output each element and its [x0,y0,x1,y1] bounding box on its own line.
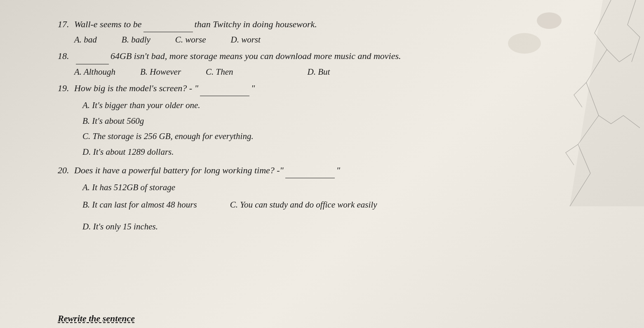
q17-text-before: Wall-e seems to be [74,17,142,32]
q18-num: 18. [58,48,74,64]
q20-sub-c: C. You can study and do office work easi… [230,198,377,212]
q18-option-d: D. But [308,67,330,77]
question-19: 19. How big is the model's screen? - " "… [58,80,594,159]
q20-row2: B. It can last for almost 48 hours C. Yo… [82,198,594,214]
q20-text-end: " [336,163,340,178]
q20-sub-b: B. It can last for almost 48 hours [82,198,197,212]
q18-option-b: B. However [140,67,181,77]
rewrite-label: Rewrite the sentence [58,313,135,324]
q18-options: A. Although B. However C. Then D. But [74,67,594,77]
q17-text-after: than Twitchy in doing housework. [195,17,317,32]
main-content: 17. Wall-e seems to be than Twitchy in d… [58,17,594,237]
question-17: 17. Wall-e seems to be than Twitchy in d… [58,17,594,45]
q20-num: 20. [58,163,74,178]
q17-num: 17. [58,17,74,32]
q20-row3: D. It's only 15 inches. [82,220,594,234]
q19-sub-c: C. The storage is 256 GB, enough for eve… [82,130,594,144]
q19-text: How big is the model's screen? - " [74,80,198,96]
q17-option-b: B. badly [122,35,150,45]
q20-sub-d: D. It's only 15 inches. [82,222,158,231]
q19-blank [200,80,249,96]
question-18: 18. 64GB isn't bad, more storage means y… [58,48,594,77]
q20-blank [285,163,335,178]
q19-sub-options: A. It's bigger than your older one. B. I… [82,99,594,159]
q17-options: A. bad B. badly C. worse D. worst [74,35,594,45]
q19-text-end: " [251,80,255,96]
q17-option-c: C. worse [175,35,206,45]
q18-option-c: C. Then [206,67,233,77]
q17-option-a: A. bad [74,35,97,45]
q19-sub-b: B. It's about 560g [82,114,594,128]
q20-sub-options: A. It has 512GB of storage B. It can las… [82,181,594,234]
question-20: 20. Does it have a powerful battery for … [58,163,594,234]
q20-row1: A. It has 512GB of storage [82,181,594,196]
q19-num: 19. [58,80,74,96]
q20-text: Does it have a powerful battery for long… [74,163,284,178]
q19-sub-a: A. It's bigger than your older one. [82,99,594,113]
q18-option-a: A. Although [74,67,115,77]
q17-option-d: D. worst [231,35,261,45]
q18-blank [76,48,109,64]
q19-sub-d: D. It's about 1289 dollars. [82,145,594,159]
q20-sub-a: A. It has 512GB of storage [82,181,175,195]
q18-text-after: 64GB isn't bad, more storage means you c… [110,48,401,64]
q17-blank [143,17,193,32]
